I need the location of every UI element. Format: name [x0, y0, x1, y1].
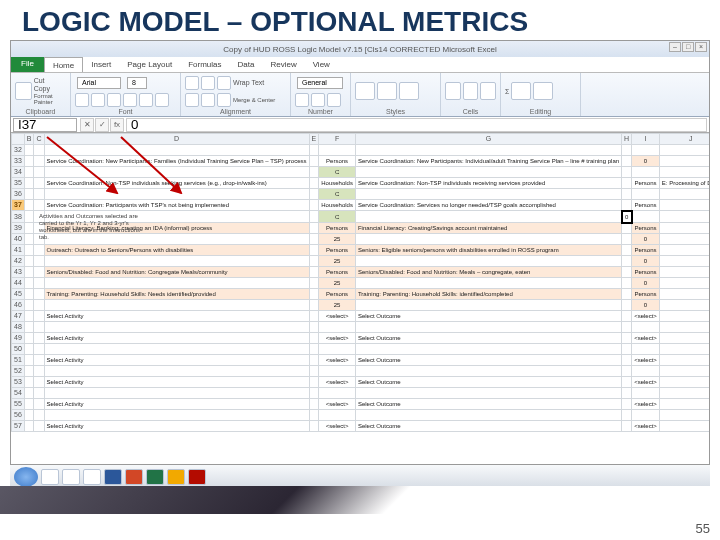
- cell[interactable]: Training: Parenting: Household Skills: N…: [44, 289, 309, 300]
- cell[interactable]: [34, 300, 44, 311]
- cell[interactable]: [355, 344, 621, 355]
- cell[interactable]: [24, 245, 34, 256]
- underline-icon[interactable]: [107, 93, 121, 107]
- column-header-C[interactable]: C: [34, 134, 44, 145]
- cell[interactable]: [24, 311, 34, 322]
- cell[interactable]: Service Coordination: New Participants: …: [44, 156, 309, 167]
- cell[interactable]: [622, 410, 632, 421]
- cell[interactable]: [24, 178, 34, 189]
- cell[interactable]: Service Coordination: Non-TSP individual…: [44, 178, 309, 189]
- cell[interactable]: [659, 223, 709, 234]
- cell[interactable]: [44, 300, 309, 311]
- row-header[interactable]: 49: [12, 333, 25, 344]
- ribbon-tab-formulas[interactable]: Formulas: [180, 57, 229, 72]
- cell[interactable]: [309, 388, 319, 399]
- cell[interactable]: Select Outcome: [355, 311, 621, 322]
- cell[interactable]: [24, 200, 34, 211]
- cell[interactable]: Outreach: Outreach to Seniors/Persons wi…: [44, 245, 309, 256]
- taskbar-pdf-icon[interactable]: [188, 469, 206, 485]
- cell[interactable]: 0: [632, 256, 660, 267]
- cell[interactable]: [34, 278, 44, 289]
- cell[interactable]: [24, 189, 34, 200]
- cell[interactable]: [44, 167, 309, 178]
- cell[interactable]: [309, 399, 319, 410]
- cell[interactable]: [659, 421, 709, 432]
- cell[interactable]: [309, 421, 319, 432]
- cell[interactable]: 0: [632, 234, 660, 245]
- taskbar-ie-icon[interactable]: [41, 469, 59, 485]
- align-bottom-icon[interactable]: [217, 76, 231, 90]
- number-format-select[interactable]: [297, 77, 343, 89]
- cell[interactable]: [44, 278, 309, 289]
- cell[interactable]: 25: [319, 256, 356, 267]
- cell[interactable]: [355, 145, 621, 156]
- cell[interactable]: [24, 377, 34, 388]
- cell[interactable]: [319, 366, 356, 377]
- cell[interactable]: <select>: [632, 311, 660, 322]
- cell[interactable]: [309, 167, 319, 178]
- cell[interactable]: [34, 145, 44, 156]
- cell[interactable]: Persons: [632, 289, 660, 300]
- cell[interactable]: [632, 145, 660, 156]
- start-button[interactable]: [14, 467, 38, 487]
- cell[interactable]: [44, 322, 309, 333]
- cell[interactable]: [622, 178, 632, 189]
- cell[interactable]: 0: [632, 278, 660, 289]
- cell[interactable]: [24, 211, 34, 223]
- name-box[interactable]: [13, 118, 77, 132]
- column-header-D[interactable]: D: [44, 134, 309, 145]
- cell[interactable]: [309, 278, 319, 289]
- cell[interactable]: <select>: [632, 421, 660, 432]
- cell[interactable]: Persons: [632, 267, 660, 278]
- cell[interactable]: Select Outcome: [355, 421, 621, 432]
- cell[interactable]: Training: Parenting: Household Skills: i…: [355, 289, 621, 300]
- cell[interactable]: [632, 344, 660, 355]
- cell[interactable]: Service Coordination: Services no longer…: [355, 200, 621, 211]
- cell[interactable]: [622, 267, 632, 278]
- taskbar-powerpoint-icon[interactable]: [125, 469, 143, 485]
- row-header[interactable]: 51: [12, 355, 25, 366]
- cell[interactable]: [632, 167, 660, 178]
- cell[interactable]: [34, 421, 44, 432]
- currency-icon[interactable]: [295, 93, 309, 107]
- cell[interactable]: Select Activity: [44, 333, 309, 344]
- taskbar-outlook-icon[interactable]: [167, 469, 185, 485]
- cell[interactable]: Persons: [632, 178, 660, 189]
- cell[interactable]: [24, 156, 34, 167]
- font-size-select[interactable]: [127, 77, 147, 89]
- cell[interactable]: [659, 145, 709, 156]
- cell[interactable]: [34, 366, 44, 377]
- column-header-B[interactable]: B: [24, 134, 34, 145]
- align-right-icon[interactable]: [217, 93, 231, 107]
- autosum-button[interactable]: Σ: [505, 88, 509, 95]
- cell[interactable]: [34, 344, 44, 355]
- merge-center-button[interactable]: Merge & Center: [233, 97, 275, 103]
- row-header[interactable]: 41: [12, 245, 25, 256]
- cell[interactable]: [34, 322, 44, 333]
- cell[interactable]: Service Coordination: New Participants: …: [355, 156, 621, 167]
- cell[interactable]: [659, 333, 709, 344]
- row-header[interactable]: 35: [12, 178, 25, 189]
- cell[interactable]: [632, 322, 660, 333]
- cell[interactable]: [659, 322, 709, 333]
- column-header-F[interactable]: F: [319, 134, 356, 145]
- cell[interactable]: [632, 388, 660, 399]
- cell[interactable]: [24, 256, 34, 267]
- cell[interactable]: [355, 366, 621, 377]
- cell[interactable]: [34, 399, 44, 410]
- cell[interactable]: [34, 156, 44, 167]
- cell[interactable]: [622, 333, 632, 344]
- cell[interactable]: [309, 355, 319, 366]
- column-header-J[interactable]: J: [659, 134, 709, 145]
- cell[interactable]: Service Coordination: Participants with …: [44, 200, 309, 211]
- cell[interactable]: [24, 399, 34, 410]
- cell[interactable]: [309, 156, 319, 167]
- find-select-icon[interactable]: [533, 82, 553, 100]
- italic-icon[interactable]: [91, 93, 105, 107]
- format-as-table-icon[interactable]: [377, 82, 397, 100]
- cell[interactable]: [309, 234, 319, 245]
- select-all-corner[interactable]: [12, 134, 25, 145]
- cancel-formula-icon[interactable]: ✕: [80, 118, 94, 132]
- row-header[interactable]: 56: [12, 410, 25, 421]
- cell[interactable]: [319, 322, 356, 333]
